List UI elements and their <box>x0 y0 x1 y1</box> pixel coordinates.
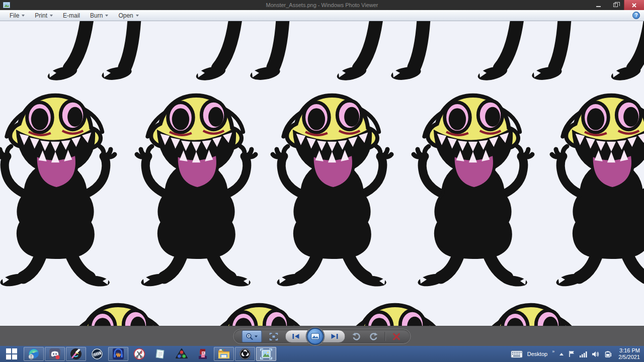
monster-sprite-top-row-legs-only <box>470 21 601 90</box>
clock-time: 3:16 PM <box>618 347 640 354</box>
menu-item-label: Open <box>118 12 133 19</box>
rotate-cw-icon <box>369 332 378 341</box>
openshot-icon <box>91 348 103 360</box>
taskbar-edge-button[interactable] <box>24 347 44 361</box>
menu-item-label: Burn <box>90 12 103 19</box>
menu-item-e-mail[interactable]: E-mail <box>58 11 85 20</box>
image-viewport <box>0 21 644 326</box>
slideshow-icon <box>311 333 320 340</box>
desktop-toolbar-label[interactable]: Desktop <box>527 351 547 357</box>
monster-sprite-top-row-legs-only <box>330 21 460 90</box>
monster-sprite-middle-row-full <box>546 90 644 292</box>
taskbar-fnf-character-button[interactable] <box>193 347 213 361</box>
slideshow-button[interactable] <box>307 328 324 345</box>
monster-sprite-middle-row-full <box>408 90 538 292</box>
magnifier-icon <box>246 333 254 340</box>
taskbar-file-explorer-button[interactable] <box>214 347 234 361</box>
taskbar-color-triangle-button[interactable] <box>172 347 192 361</box>
zoom-button[interactable] <box>242 330 262 342</box>
monster-sprite-bottom-row-head-tops <box>330 300 460 326</box>
hidden-icons-chevron[interactable] <box>559 352 564 356</box>
taskbar-discord-button[interactable] <box>45 347 65 361</box>
fit-to-window-button[interactable] <box>267 330 280 342</box>
taskbar-krita-button[interactable] <box>66 347 86 361</box>
taskbar-notepad-button[interactable] <box>150 347 171 361</box>
discord-icon <box>49 348 61 360</box>
menu-item-label: Print <box>35 12 47 19</box>
chevron-down-icon <box>255 335 258 338</box>
monster-sprite-middle-row-full <box>267 90 397 292</box>
restore-button[interactable] <box>607 0 624 10</box>
edge-icon <box>28 348 40 360</box>
help-button[interactable]: ? <box>632 12 640 19</box>
monster-sprite-middle-row-full <box>0 90 121 292</box>
scissors-capture-icon <box>133 348 145 360</box>
menu-dropdown-caret-icon <box>136 15 139 17</box>
next-icon <box>331 333 339 339</box>
menu-item-open[interactable]: Open <box>114 11 143 20</box>
close-icon <box>632 3 636 8</box>
delete-button[interactable] <box>390 330 403 342</box>
start-button[interactable] <box>0 346 23 362</box>
volume-icon[interactable] <box>592 351 599 357</box>
krita-icon <box>70 348 82 360</box>
fit-frame-icon <box>269 333 278 340</box>
taskbar-openshot-button[interactable] <box>87 347 107 361</box>
audacity-icon <box>112 348 124 360</box>
monster-sprite-top-row-legs-only <box>604 21 644 90</box>
viewer-controls <box>233 329 411 344</box>
help-question-icon: ? <box>634 13 637 18</box>
battery-icon[interactable] <box>604 351 612 357</box>
menu-item-burn[interactable]: Burn <box>86 11 113 20</box>
previous-icon <box>292 333 300 339</box>
monster-sprite-top-row-legs-only <box>40 21 171 90</box>
menu-dropdown-caret-icon <box>22 15 25 17</box>
close-button[interactable] <box>624 0 644 10</box>
menu-item-label: File <box>10 12 19 19</box>
monster-sprite-top-row-legs-only <box>189 21 319 90</box>
menu-item-label: E-mail <box>63 12 80 19</box>
viewer-toolbar <box>0 326 644 346</box>
network-signal-icon[interactable] <box>580 351 587 357</box>
next-button[interactable] <box>327 331 342 342</box>
photo-viewer-icon <box>260 348 273 360</box>
rotate-ccw-icon <box>352 332 361 341</box>
navigation-group <box>285 330 346 343</box>
taskbar-photo-viewer-button[interactable] <box>256 347 276 361</box>
menu-dropdown-caret-icon <box>50 15 53 17</box>
windows-logo-icon <box>6 348 17 359</box>
titlebar: Monster_Assets.png - Windows Photo Viewe… <box>0 0 644 10</box>
taskbar-screen-capture-button[interactable] <box>129 347 149 361</box>
red-x-icon <box>392 333 400 340</box>
clock-date: 2/5/2021 <box>618 354 640 360</box>
desktop-overflow-chevron[interactable]: » <box>552 349 554 354</box>
system-tray: Desktop » <box>511 346 644 362</box>
obs-studio-icon <box>239 348 251 360</box>
taskbar-obs-button[interactable] <box>235 347 255 361</box>
rotate-counterclockwise-button[interactable] <box>351 330 363 342</box>
toolbar-divider <box>385 332 385 341</box>
previous-button[interactable] <box>289 331 304 342</box>
color-triangle-icon <box>176 348 188 360</box>
minimize-button[interactable] <box>590 0 607 10</box>
action-center-flag-icon[interactable] <box>569 350 575 357</box>
taskbar-audacity-button[interactable] <box>108 347 128 361</box>
notepad-icon <box>154 348 167 360</box>
monster-sprite-bottom-row-head-tops <box>465 300 596 326</box>
menu-item-print[interactable]: Print <box>30 11 57 20</box>
monster-sprite-bottom-row-head-tops <box>53 300 184 326</box>
monster-sprite-middle-row-full <box>131 90 262 292</box>
photo-viewer-window-icon <box>3 2 10 8</box>
windows-desktop: Monster_Assets.png - Windows Photo Viewe… <box>0 0 644 362</box>
taskbar: Desktop » <box>0 346 644 362</box>
fnf-pixel-character-icon <box>197 348 209 360</box>
keyboard-icon[interactable] <box>511 350 523 358</box>
taskbar-clock[interactable]: 3:16 PM 2/5/2021 <box>616 347 640 360</box>
monster-sprite-bottom-row-head-tops <box>194 300 325 326</box>
rotate-clockwise-button[interactable] <box>368 330 380 342</box>
menu-item-file[interactable]: File <box>5 11 29 20</box>
file-explorer-icon <box>217 348 230 360</box>
window-title: Monster_Assets.png - Windows Photo Viewe… <box>0 2 644 8</box>
menubar: FilePrintE-mailBurnOpen ? <box>0 10 644 21</box>
menu-dropdown-caret-icon <box>105 15 108 17</box>
